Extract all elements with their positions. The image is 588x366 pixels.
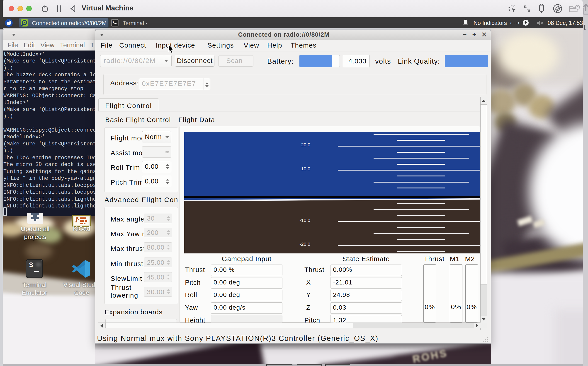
- svg-text:20.0: 20.0: [301, 142, 310, 147]
- svg-text:$: $: [112, 20, 114, 23]
- svg-text:-20.0: -20.0: [299, 241, 310, 247]
- svg-text:10.0: 10.0: [301, 166, 310, 171]
- svg-text:-10.0: -10.0: [299, 218, 310, 223]
